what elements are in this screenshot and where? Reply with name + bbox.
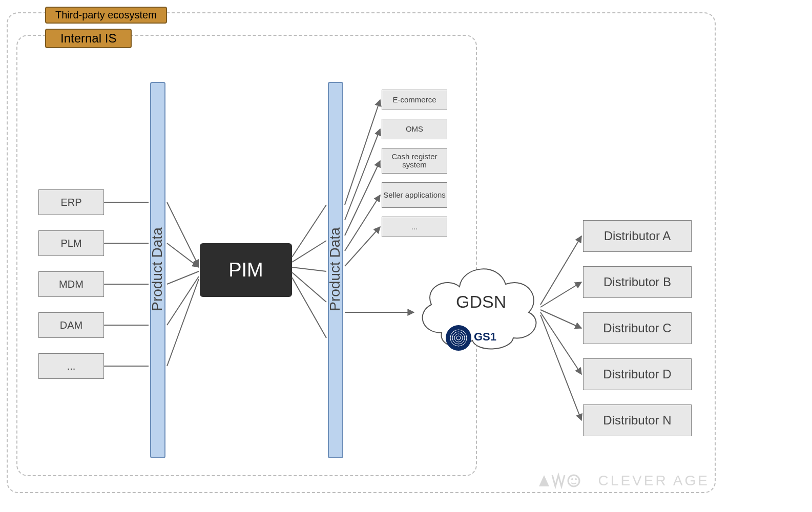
gs1-badge-icon bbox=[446, 325, 471, 351]
source-box-plm: PLM bbox=[38, 230, 104, 256]
third-party-ecosystem-label: Third-party ecosystem bbox=[45, 7, 167, 24]
svg-point-3 bbox=[456, 336, 461, 340]
output-box-seller: Seller applications bbox=[382, 182, 447, 208]
distributor-box-d: Distributor D bbox=[583, 358, 692, 390]
distributor-box-n: Distributor N bbox=[583, 404, 692, 436]
pim-node: PIM bbox=[200, 243, 292, 297]
output-box-cash: Cash register system bbox=[382, 148, 447, 174]
gdsn-label: GDSN bbox=[456, 292, 506, 312]
distributor-box-a: Distributor A bbox=[583, 220, 692, 252]
output-box-ecommerce: E-commerce bbox=[382, 90, 447, 110]
output-box-oms: OMS bbox=[382, 119, 447, 139]
distributor-box-c: Distributor C bbox=[583, 312, 692, 344]
svg-point-2 bbox=[454, 334, 463, 342]
source-box-more: ... bbox=[38, 353, 104, 379]
source-box-mdm: MDM bbox=[38, 271, 104, 297]
svg-point-31 bbox=[571, 478, 573, 480]
svg-point-0 bbox=[450, 330, 467, 346]
gs1-badge-text: GS1 bbox=[474, 330, 496, 344]
product-data-bar-2-label: Product Data bbox=[327, 227, 343, 311]
internal-is-label: Internal IS bbox=[45, 29, 132, 48]
output-box-more: ... bbox=[382, 217, 447, 237]
clever-age-watermark: CLEVER AGE bbox=[537, 473, 710, 489]
svg-point-30 bbox=[568, 475, 579, 486]
source-box-erp: ERP bbox=[38, 189, 104, 215]
clever-age-logo-icon bbox=[537, 473, 593, 489]
svg-point-32 bbox=[575, 478, 577, 480]
distributor-box-b: Distributor B bbox=[583, 266, 692, 298]
watermark-text: CLEVER AGE bbox=[598, 473, 710, 489]
product-data-bar-1-label: Product Data bbox=[149, 227, 165, 311]
source-box-dam: DAM bbox=[38, 312, 104, 338]
